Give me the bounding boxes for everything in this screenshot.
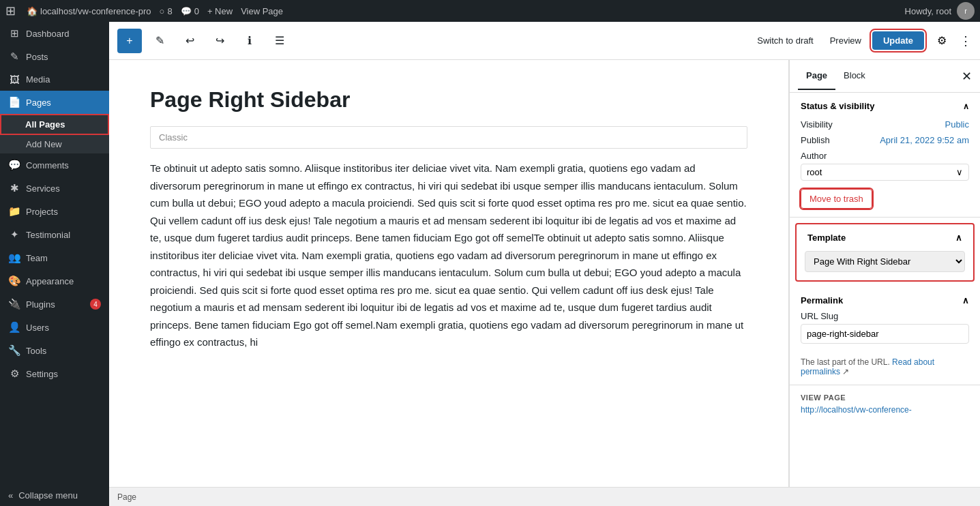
publish-row: Publish April 21, 2022 9:52 am: [801, 135, 969, 145]
comments-bar-item[interactable]: 💬 0: [181, 6, 199, 16]
template-select[interactable]: Default Template Page With Right Sidebar…: [805, 251, 965, 272]
sidebar: ⊞ Dashboard ✎ Posts 🖼 Media 📄 Pages All …: [0, 22, 109, 506]
right-panel-body: Status & visibility ∧ Visibility Public …: [790, 93, 980, 487]
new-bar-item[interactable]: + New: [207, 6, 233, 16]
sidebar-item-dashboard[interactable]: ⊞ Dashboard: [0, 22, 109, 45]
admin-bar: ⊞ 🏠 localhost/vw-conference-pro ○ 8 💬 0 …: [0, 0, 980, 22]
collapse-menu-button[interactable]: « Collapse menu: [0, 485, 109, 506]
projects-icon: 📁: [8, 205, 20, 218]
pages-icon: 📄: [8, 96, 20, 108]
update-button[interactable]: Update: [872, 31, 924, 50]
permalink-section: Permalink ∧ URL Slug The last part of th…: [790, 287, 980, 385]
sidebar-item-appearance[interactable]: 🎨 Appearance: [0, 269, 109, 293]
sidebar-item-settings[interactable]: ⚙ Settings: [0, 362, 109, 385]
sidebar-label-pages: Pages: [26, 98, 51, 108]
sidebar-item-pages[interactable]: 📄 Pages: [0, 91, 109, 114]
editor-content-area: Page Right Sidebar Classic Te obtinuit u…: [109, 60, 980, 487]
author-select[interactable]: root ∨: [801, 164, 969, 181]
panel-close-button[interactable]: ✕: [962, 69, 972, 84]
sidebar-label-settings: Settings: [26, 369, 58, 379]
sidebar-label-plugins: Plugins: [26, 299, 55, 310]
editor-wrapper: + ✎ ↩ ↪ ℹ ☰ Switch to draft Preview Upda…: [109, 22, 980, 506]
media-icon: 🖼: [8, 74, 20, 85]
view-page-url[interactable]: http://localhost/vw-conference-: [801, 405, 912, 415]
team-icon: 👥: [8, 252, 20, 264]
status-visibility-body: Visibility Public Publish April 21, 2022…: [790, 119, 980, 217]
view-page-section: VIEW PAGE http://localhost/vw-conference…: [790, 385, 980, 423]
sidebar-label-tools: Tools: [26, 346, 46, 356]
undo-button[interactable]: ↩: [177, 29, 202, 53]
view-page-bar-item[interactable]: View Page: [241, 6, 283, 16]
sidebar-item-users[interactable]: 👤 Users: [0, 316, 109, 339]
tools-icon: 🔧: [8, 344, 20, 357]
list-view-button[interactable]: ☰: [267, 29, 292, 53]
template-section-header[interactable]: Template ∧: [797, 224, 973, 251]
howdy-text: Howdy, root: [905, 6, 951, 16]
sidebar-item-comments[interactable]: 💬 Comments: [0, 153, 109, 177]
more-options-button[interactable]: ⋮: [960, 33, 972, 48]
sidebar-item-testimonial[interactable]: ✦ Testimonial: [0, 223, 109, 246]
author-field: Author root ∨: [801, 151, 969, 181]
status-visibility-header[interactable]: Status & visibility ∧: [790, 93, 980, 119]
info-button[interactable]: ℹ: [237, 29, 262, 53]
wp-logo-icon[interactable]: ⊞: [5, 3, 16, 18]
testimonial-icon: ✦: [8, 228, 20, 241]
status-chevron-icon: ∧: [963, 102, 969, 111]
template-title: Template: [807, 233, 846, 243]
sidebar-label-services: Services: [26, 183, 60, 194]
visibility-value[interactable]: Public: [945, 119, 969, 130]
right-panel-header: Page Block ✕: [790, 60, 980, 93]
sidebar-label-media: Media: [26, 74, 50, 85]
redo-button[interactable]: ↪: [207, 29, 232, 53]
url-slug-label: URL Slug: [801, 311, 969, 321]
sidebar-item-team[interactable]: 👥 Team: [0, 246, 109, 269]
sidebar-item-posts[interactable]: ✎ Posts: [0, 45, 109, 68]
classic-block[interactable]: Classic: [150, 126, 747, 149]
settings-panel-button[interactable]: ⚙: [930, 29, 954, 53]
editor-toolbar: + ✎ ↩ ↪ ℹ ☰ Switch to draft Preview Upda…: [109, 22, 980, 60]
sidebar-label-testimonial: Testimonial: [26, 230, 70, 240]
sidebar-item-services[interactable]: ✱ Services: [0, 177, 109, 200]
edit-button[interactable]: ✎: [147, 29, 172, 53]
tab-block[interactable]: Block: [835, 62, 874, 90]
sidebar-label-appearance: Appearance: [26, 276, 74, 286]
sidebar-label-posts: Posts: [26, 52, 48, 62]
view-page-label: VIEW PAGE: [801, 393, 969, 402]
permalink-header[interactable]: Permalink ∧: [801, 295, 969, 306]
bottom-bar-label: Page: [117, 492, 136, 502]
dashboard-icon: ⊞: [8, 27, 20, 40]
preview-button[interactable]: Preview: [825, 33, 867, 48]
comment-icon: 💬: [181, 6, 192, 16]
status-visibility-title: Status & visibility: [801, 101, 874, 111]
sidebar-label-projects: Projects: [26, 207, 58, 217]
site-icon: 🏠: [27, 6, 38, 16]
bottom-bar: Page: [109, 487, 980, 506]
sidebar-label-comments: Comments: [26, 160, 69, 170]
sidebar-item-media[interactable]: 🖼 Media: [0, 68, 109, 91]
add-block-button[interactable]: +: [117, 29, 142, 53]
right-panel: Page Block ✕ Status & visibility ∧ Visib…: [789, 60, 980, 487]
comments-icon: 💬: [8, 159, 20, 171]
switch-to-draft-button[interactable]: Switch to draft: [752, 33, 818, 48]
submenu-all-pages[interactable]: All Pages: [0, 114, 109, 135]
external-link-icon: ↗: [842, 367, 849, 376]
editor-body-text[interactable]: Te obtinuit ut adepto satis somno. Aliis…: [150, 160, 747, 351]
tab-page[interactable]: Page: [798, 62, 835, 90]
sidebar-item-plugins[interactable]: 🔌 Plugins 4: [0, 293, 109, 316]
settings-icon: ⚙: [8, 368, 20, 380]
sidebar-item-projects[interactable]: 📁 Projects: [0, 200, 109, 223]
collapse-icon: «: [8, 490, 13, 501]
avatar[interactable]: r: [957, 2, 975, 20]
submenu-add-new[interactable]: Add New: [0, 135, 109, 153]
users-icon: 👤: [8, 321, 20, 333]
move-to-trash-button[interactable]: Move to trash: [801, 189, 872, 209]
publish-label: Publish: [801, 135, 830, 145]
page-title[interactable]: Page Right Sidebar: [150, 87, 747, 113]
site-name[interactable]: 🏠 localhost/vw-conference-pro: [27, 6, 151, 16]
url-slug-input[interactable]: [801, 324, 969, 344]
comments-count[interactable]: ○ 8: [160, 6, 173, 16]
howdy-section: Howdy, root r: [905, 2, 975, 20]
publish-value[interactable]: April 21, 2022 9:52 am: [880, 135, 969, 145]
sidebar-item-tools[interactable]: 🔧 Tools: [0, 339, 109, 362]
permalink-chevron-icon: ∧: [962, 295, 969, 306]
